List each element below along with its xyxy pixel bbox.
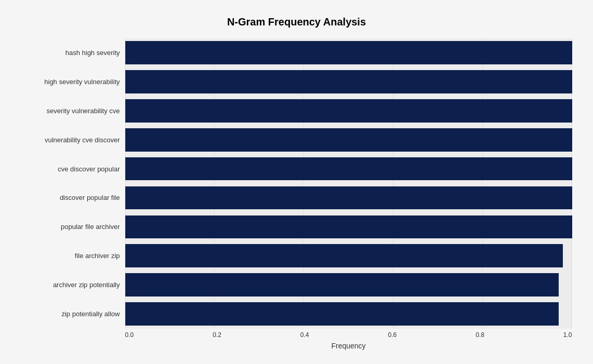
bar-fill <box>125 157 572 181</box>
bar-row: discover popular file <box>21 183 572 212</box>
bar-wrapper <box>125 183 572 212</box>
bar-fill <box>125 186 572 210</box>
bar-wrapper <box>125 271 572 300</box>
bar-fill <box>125 244 563 267</box>
x-tick: 0.2 <box>213 331 221 339</box>
bar-wrapper <box>125 125 572 154</box>
bar-label: high severity vulnerability <box>21 78 125 86</box>
axis-section: 0.00.20.40.60.81.0 Frequency <box>125 331 572 350</box>
bar-wrapper <box>125 67 572 96</box>
bar-row: cve discover popular <box>21 154 572 183</box>
bar-label: discover popular file <box>21 194 125 201</box>
bar-fill <box>125 215 572 239</box>
bar-wrapper <box>125 212 572 241</box>
bar-label: zip potentially allow <box>21 310 125 318</box>
bar-row: file archiver zip <box>21 241 572 271</box>
bar-row: popular file archiver <box>21 212 572 241</box>
bar-fill <box>125 273 559 296</box>
bar-wrapper <box>125 154 572 183</box>
x-tick: 0.0 <box>125 331 134 339</box>
chart-plot: hash high severityhigh severity vulnerab… <box>21 38 572 350</box>
bar-label: popular file archiver <box>21 223 125 231</box>
bar-wrapper <box>125 241 572 271</box>
bar-row: zip potentially allow <box>21 300 572 329</box>
x-axis-label: Frequency <box>125 342 572 350</box>
bar-row: severity vulnerability cve <box>21 96 572 125</box>
bar-row: archiver zip potentially <box>21 271 572 300</box>
bar-fill <box>125 302 559 326</box>
grid-line <box>571 271 572 300</box>
x-tick: 0.8 <box>476 331 484 339</box>
bar-row: high severity vulnerability <box>21 67 572 96</box>
bar-wrapper <box>125 96 572 125</box>
bar-fill <box>125 70 572 93</box>
bar-row: hash high severity <box>21 38 572 68</box>
bar-label: archiver zip potentially <box>21 281 125 289</box>
bar-label: severity vulnerability cve <box>21 107 125 115</box>
bar-row: vulnerability cve discover <box>21 125 572 154</box>
bar-label: file archiver zip <box>21 252 125 260</box>
x-tick: 0.6 <box>388 331 397 339</box>
bar-fill <box>125 99 572 123</box>
x-tick: 1.0 <box>563 331 572 339</box>
grid-line <box>571 300 572 329</box>
x-tick: 0.4 <box>300 331 309 339</box>
bar-wrapper <box>125 300 572 329</box>
bar-label: cve discover popular <box>21 165 125 173</box>
bar-fill <box>125 128 572 152</box>
grid-line <box>571 241 572 271</box>
bar-fill <box>125 41 572 64</box>
chart-title: N-Gram Frequency Analysis <box>21 16 572 28</box>
tick-row: 0.00.20.40.60.81.0 <box>125 331 572 339</box>
chart-container: N-Gram Frequency Analysis hash high seve… <box>11 6 583 359</box>
bar-label: hash high severity <box>21 49 125 57</box>
bar-label: vulnerability cve discover <box>21 136 125 144</box>
bars-section: hash high severityhigh severity vulnerab… <box>21 38 572 329</box>
bar-wrapper <box>125 38 572 68</box>
